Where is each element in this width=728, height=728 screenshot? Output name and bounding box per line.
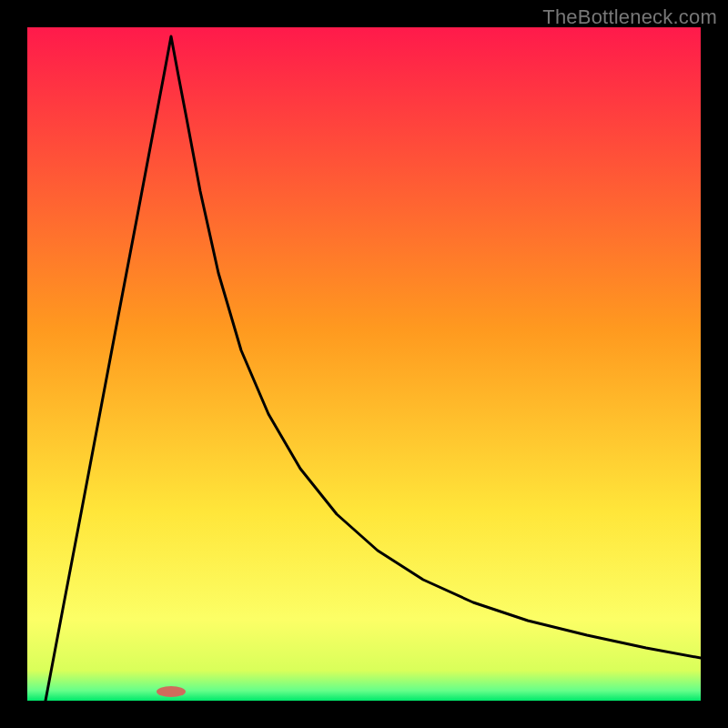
chart-plot [27,27,701,701]
watermark-text: TheBottleneck.com [542,5,717,29]
chart-frame [27,27,701,701]
minimum-marker [157,686,186,697]
gradient-background [27,27,701,701]
